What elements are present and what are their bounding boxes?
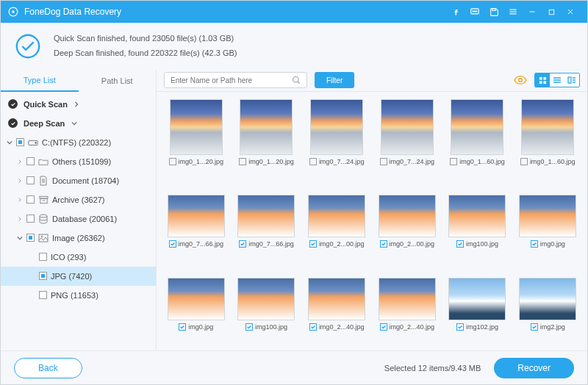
svg-rect-29 xyxy=(539,77,542,80)
checkbox[interactable] xyxy=(26,157,35,165)
thumbnail[interactable]: img0_2...00.jpg xyxy=(373,187,441,265)
detail-view-icon[interactable] xyxy=(564,73,579,87)
thumbnail-image xyxy=(519,278,576,320)
checkbox[interactable] xyxy=(16,138,24,146)
grid-view-icon[interactable] xyxy=(535,73,550,87)
thumbnail-checkbox[interactable] xyxy=(169,158,176,165)
archive-icon xyxy=(38,195,49,205)
thumbnail-checkbox[interactable] xyxy=(456,240,464,248)
thumbnail[interactable]: img0_1...20.jpg xyxy=(233,99,301,182)
thumbnail[interactable]: img100.jpg xyxy=(233,270,301,348)
thumbnail[interactable]: img0_2...00.jpg xyxy=(303,187,370,265)
maximize-icon[interactable] xyxy=(542,8,561,16)
minimize-icon[interactable] xyxy=(523,7,542,16)
checkbox[interactable] xyxy=(26,195,35,204)
tree-node-ico[interactable]: ICO (293) xyxy=(1,248,156,267)
thumbnail-checkbox[interactable] xyxy=(309,240,317,248)
checkbox[interactable] xyxy=(39,253,47,261)
close-icon[interactable] xyxy=(561,7,580,16)
thumbnail-checkbox[interactable] xyxy=(380,323,387,331)
thumbnail[interactable]: img0_2...40.jpg xyxy=(373,270,441,348)
thumbnail-checkbox[interactable] xyxy=(179,323,186,331)
deep-scan-header[interactable]: Deep Scan xyxy=(1,114,156,133)
thumbnail[interactable]: img0_1...60.jpg xyxy=(514,99,581,182)
thumbnail-checkbox[interactable] xyxy=(531,323,538,331)
svg-point-16 xyxy=(35,142,37,143)
thumbnail-checkbox[interactable] xyxy=(520,158,528,165)
tree-node-archive[interactable]: Archive (3627) xyxy=(1,190,156,209)
thumbnail-filename: img0_1...20.jpg xyxy=(179,158,224,165)
thumbnail-checkbox[interactable] xyxy=(169,240,176,248)
thumbnail[interactable]: img0.jpg xyxy=(162,270,230,348)
thumbnail-checkbox[interactable] xyxy=(239,158,246,165)
tree-node-others[interactable]: Others (151099) xyxy=(1,152,156,171)
menu-icon[interactable] xyxy=(503,7,523,17)
search-box[interactable] xyxy=(164,72,307,88)
thumbnail-checkbox[interactable] xyxy=(531,240,538,248)
tree-node-png[interactable]: PNG (11653) xyxy=(1,286,156,305)
thumbnail-image xyxy=(237,195,295,237)
thumbnail[interactable]: img0.jpg xyxy=(514,187,581,265)
tab-path-list[interactable]: Path List xyxy=(79,70,157,92)
thumbnail-checkbox[interactable] xyxy=(450,158,457,165)
thumbnail-checkbox[interactable] xyxy=(239,240,246,248)
thumbnail[interactable]: img0_7...66.jpg xyxy=(162,187,230,265)
facebook-icon[interactable] xyxy=(446,7,465,16)
thumbnail-image xyxy=(381,99,434,155)
thumbnail-checkbox[interactable] xyxy=(380,240,387,248)
checkbox[interactable] xyxy=(26,234,35,242)
thumbnail-checkbox[interactable] xyxy=(245,323,253,331)
toolbar: Filter xyxy=(157,70,587,92)
quick-scan-status: Quick Scan finished, found 23050 file(s)… xyxy=(54,32,237,46)
svg-point-26 xyxy=(293,77,299,83)
thumbnail-filename: img0_1...60.jpg xyxy=(459,158,505,165)
tab-type-list[interactable]: Type List xyxy=(1,70,79,92)
thumbnail-checkbox[interactable] xyxy=(309,323,317,331)
thumbnail-image xyxy=(237,278,295,320)
checkbox[interactable] xyxy=(39,291,47,299)
thumbnail-checkbox[interactable] xyxy=(380,158,387,165)
thumbnail-checkbox[interactable] xyxy=(309,158,317,165)
tree-node-image[interactable]: Image (26362) xyxy=(1,229,156,248)
search-input[interactable] xyxy=(171,76,292,84)
svg-point-4 xyxy=(474,11,475,12)
thumbnail[interactable]: img0_7...66.jpg xyxy=(233,187,301,265)
content: Type List Path List Quick Scan Deep Scan… xyxy=(1,70,587,355)
save-icon[interactable] xyxy=(484,7,503,17)
checkbox[interactable] xyxy=(26,176,35,184)
checkbox[interactable] xyxy=(39,272,47,280)
recover-button[interactable]: Recover xyxy=(494,358,574,378)
thumbnail-image xyxy=(240,99,293,155)
thumbnail[interactable]: img2.jpg xyxy=(514,270,581,348)
database-icon xyxy=(38,214,49,224)
thumbnail-checkbox[interactable] xyxy=(456,323,464,331)
thumbnail[interactable]: img0_7...24.jpg xyxy=(303,99,370,182)
view-toggles xyxy=(534,73,580,87)
thumbnail[interactable]: img102.jpg xyxy=(444,270,512,348)
thumbnail[interactable]: img0_2...40.jpg xyxy=(303,270,370,348)
thumbnail-image xyxy=(170,99,223,155)
thumbnail-filename: img100.jpg xyxy=(466,240,498,248)
quick-scan-header[interactable]: Quick Scan xyxy=(1,95,156,114)
footer: Back Selected 12 items/9.43 MB Recover xyxy=(1,350,587,384)
thumbnail-filename: img0_2...40.jpg xyxy=(319,323,365,331)
tree-node-database[interactable]: Database (20061) xyxy=(1,209,156,229)
thumbnail[interactable]: img100.jpg xyxy=(444,187,512,265)
checkbox[interactable] xyxy=(26,215,35,223)
thumbnail[interactable]: img0_1...60.jpg xyxy=(444,99,512,182)
tree-node-document[interactable]: Document (18704) xyxy=(1,171,156,190)
thumbnail-filename: img0_7...24.jpg xyxy=(390,158,435,165)
preview-icon[interactable] xyxy=(514,75,527,85)
status-panel: Quick Scan finished, found 23050 file(s)… xyxy=(1,23,587,70)
sidebar-tabs: Type List Path List xyxy=(1,70,156,92)
tree-node-jpg[interactable]: JPG (7420) xyxy=(1,267,156,286)
filter-button[interactable]: Filter xyxy=(315,72,354,88)
complete-icon xyxy=(14,32,42,60)
back-button[interactable]: Back xyxy=(14,358,82,378)
thumbnail[interactable]: img0_7...24.jpg xyxy=(373,99,441,182)
list-view-icon[interactable] xyxy=(550,73,564,87)
thumbnail-filename: img102.jpg xyxy=(466,323,498,331)
tree-node-drive[interactable]: C:(NTFS) (220322) xyxy=(1,133,156,152)
thumbnail[interactable]: img0_1...20.jpg xyxy=(162,99,230,182)
feedback-icon[interactable] xyxy=(465,7,484,17)
